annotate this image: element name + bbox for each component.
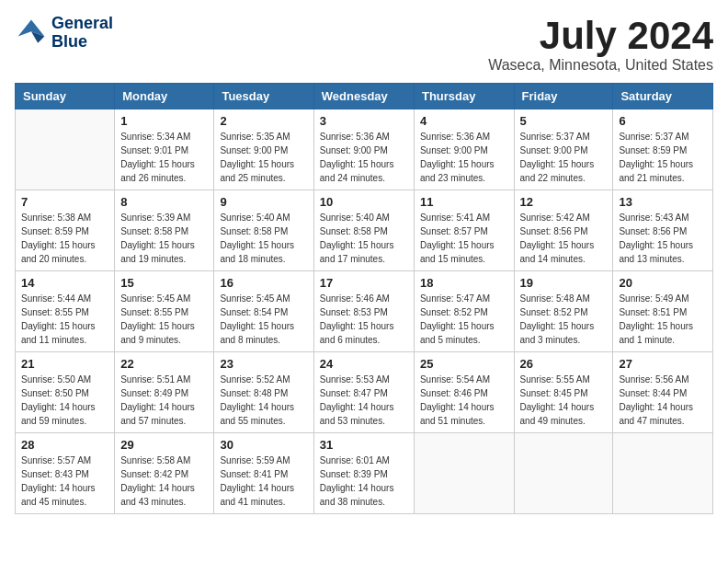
calendar-header-row: SundayMondayTuesdayWednesdayThursdayFrid… — [16, 84, 713, 109]
calendar-cell: 20Sunrise: 5:49 AM Sunset: 8:51 PM Dayli… — [613, 271, 713, 352]
calendar-cell: 18Sunrise: 5:47 AM Sunset: 8:52 PM Dayli… — [414, 271, 514, 352]
calendar-cell: 14Sunrise: 5:44 AM Sunset: 8:55 PM Dayli… — [16, 271, 115, 352]
calendar-cell: 4Sunrise: 5:36 AM Sunset: 9:00 PM Daylig… — [414, 109, 514, 190]
day-number: 9 — [220, 195, 307, 209]
day-number: 11 — [420, 195, 508, 209]
calendar-cell: 23Sunrise: 5:52 AM Sunset: 8:48 PM Dayli… — [214, 352, 313, 433]
calendar-cell: 1Sunrise: 5:34 AM Sunset: 9:01 PM Daylig… — [115, 109, 214, 190]
day-info: Sunrise: 5:37 AM Sunset: 8:59 PM Dayligh… — [619, 130, 707, 185]
calendar-table: SundayMondayTuesdayWednesdayThursdayFrid… — [15, 83, 713, 514]
day-number: 17 — [320, 276, 408, 290]
day-info: Sunrise: 5:51 AM Sunset: 8:49 PM Dayligh… — [120, 373, 208, 428]
day-info: Sunrise: 5:40 AM Sunset: 8:58 PM Dayligh… — [320, 211, 408, 266]
day-info: Sunrise: 5:40 AM Sunset: 8:58 PM Dayligh… — [220, 211, 307, 266]
calendar-cell: 6Sunrise: 5:37 AM Sunset: 8:59 PM Daylig… — [613, 109, 713, 190]
day-info: Sunrise: 5:37 AM Sunset: 9:00 PM Dayligh… — [520, 130, 608, 185]
day-info: Sunrise: 5:57 AM Sunset: 8:43 PM Dayligh… — [21, 454, 108, 509]
day-info: Sunrise: 5:50 AM Sunset: 8:50 PM Dayligh… — [21, 373, 108, 428]
day-number: 8 — [120, 195, 208, 209]
calendar-week-5: 28Sunrise: 5:57 AM Sunset: 8:43 PM Dayli… — [16, 433, 713, 514]
day-info: Sunrise: 5:36 AM Sunset: 9:00 PM Dayligh… — [420, 130, 508, 185]
day-number: 20 — [619, 276, 707, 290]
day-info: Sunrise: 5:35 AM Sunset: 9:00 PM Dayligh… — [220, 130, 307, 185]
calendar-cell — [514, 433, 613, 514]
day-number: 14 — [21, 276, 108, 290]
day-number: 21 — [21, 357, 108, 371]
day-info: Sunrise: 5:34 AM Sunset: 9:01 PM Dayligh… — [120, 130, 208, 185]
calendar-cell: 12Sunrise: 5:42 AM Sunset: 8:56 PM Dayli… — [514, 190, 613, 271]
logo-icon — [15, 17, 48, 50]
logo: General Blue — [15, 15, 113, 52]
calendar-cell: 26Sunrise: 5:55 AM Sunset: 8:45 PM Dayli… — [514, 352, 613, 433]
day-number: 19 — [520, 276, 608, 290]
location-title: Waseca, Minnesota, United States — [488, 57, 713, 74]
day-info: Sunrise: 5:43 AM Sunset: 8:56 PM Dayligh… — [619, 211, 707, 266]
calendar-cell: 19Sunrise: 5:48 AM Sunset: 8:52 PM Dayli… — [514, 271, 613, 352]
calendar-cell: 17Sunrise: 5:46 AM Sunset: 8:53 PM Dayli… — [313, 271, 414, 352]
page-header: General Blue July 2024 Waseca, Minnesota… — [15, 15, 713, 74]
day-info: Sunrise: 5:48 AM Sunset: 8:52 PM Dayligh… — [520, 292, 608, 347]
day-number: 24 — [320, 357, 408, 371]
calendar-cell — [613, 433, 713, 514]
day-info: Sunrise: 5:42 AM Sunset: 8:56 PM Dayligh… — [520, 211, 608, 266]
calendar-header-friday: Friday — [514, 84, 613, 109]
day-number: 1 — [120, 114, 208, 128]
day-info: Sunrise: 6:01 AM Sunset: 8:39 PM Dayligh… — [320, 454, 408, 509]
day-info: Sunrise: 5:52 AM Sunset: 8:48 PM Dayligh… — [220, 373, 307, 428]
calendar-week-2: 7Sunrise: 5:38 AM Sunset: 8:59 PM Daylig… — [16, 190, 713, 271]
day-number: 30 — [220, 438, 307, 452]
calendar-cell: 11Sunrise: 5:41 AM Sunset: 8:57 PM Dayli… — [414, 190, 514, 271]
calendar-cell: 13Sunrise: 5:43 AM Sunset: 8:56 PM Dayli… — [613, 190, 713, 271]
calendar-cell: 7Sunrise: 5:38 AM Sunset: 8:59 PM Daylig… — [16, 190, 115, 271]
calendar-week-4: 21Sunrise: 5:50 AM Sunset: 8:50 PM Dayli… — [16, 352, 713, 433]
logo-text: General Blue — [51, 15, 113, 52]
day-number: 22 — [120, 357, 208, 371]
calendar-header-thursday: Thursday — [414, 84, 514, 109]
calendar-header-saturday: Saturday — [613, 84, 713, 109]
calendar-week-3: 14Sunrise: 5:44 AM Sunset: 8:55 PM Dayli… — [16, 271, 713, 352]
day-info: Sunrise: 5:44 AM Sunset: 8:55 PM Dayligh… — [21, 292, 108, 347]
day-number: 7 — [21, 195, 108, 209]
day-number: 31 — [320, 438, 408, 452]
calendar-cell: 9Sunrise: 5:40 AM Sunset: 8:58 PM Daylig… — [214, 190, 313, 271]
calendar-cell: 29Sunrise: 5:58 AM Sunset: 8:42 PM Dayli… — [115, 433, 214, 514]
day-info: Sunrise: 5:56 AM Sunset: 8:44 PM Dayligh… — [619, 373, 707, 428]
calendar-header-wednesday: Wednesday — [313, 84, 414, 109]
day-info: Sunrise: 5:49 AM Sunset: 8:51 PM Dayligh… — [619, 292, 707, 347]
month-title: July 2024 — [488, 15, 713, 57]
calendar-cell: 16Sunrise: 5:45 AM Sunset: 8:54 PM Dayli… — [214, 271, 313, 352]
day-number: 5 — [520, 114, 608, 128]
day-number: 13 — [619, 195, 707, 209]
calendar-cell — [414, 433, 514, 514]
day-number: 12 — [520, 195, 608, 209]
calendar-cell: 3Sunrise: 5:36 AM Sunset: 9:00 PM Daylig… — [313, 109, 414, 190]
day-number: 25 — [420, 357, 508, 371]
calendar-cell: 22Sunrise: 5:51 AM Sunset: 8:49 PM Dayli… — [115, 352, 214, 433]
day-info: Sunrise: 5:53 AM Sunset: 8:47 PM Dayligh… — [320, 373, 408, 428]
day-info: Sunrise: 5:55 AM Sunset: 8:45 PM Dayligh… — [520, 373, 608, 428]
day-info: Sunrise: 5:58 AM Sunset: 8:42 PM Dayligh… — [120, 454, 208, 509]
day-number: 16 — [220, 276, 307, 290]
day-number: 26 — [520, 357, 608, 371]
calendar-cell: 24Sunrise: 5:53 AM Sunset: 8:47 PM Dayli… — [313, 352, 414, 433]
calendar-header-monday: Monday — [115, 84, 214, 109]
calendar-cell: 2Sunrise: 5:35 AM Sunset: 9:00 PM Daylig… — [214, 109, 313, 190]
day-number: 29 — [120, 438, 208, 452]
day-number: 27 — [619, 357, 707, 371]
calendar-cell — [16, 109, 115, 190]
calendar-cell: 15Sunrise: 5:45 AM Sunset: 8:55 PM Dayli… — [115, 271, 214, 352]
day-number: 10 — [320, 195, 408, 209]
day-number: 28 — [21, 438, 108, 452]
day-number: 23 — [220, 357, 307, 371]
calendar-cell: 21Sunrise: 5:50 AM Sunset: 8:50 PM Dayli… — [16, 352, 115, 433]
day-info: Sunrise: 5:38 AM Sunset: 8:59 PM Dayligh… — [21, 211, 108, 266]
day-info: Sunrise: 5:41 AM Sunset: 8:57 PM Dayligh… — [420, 211, 508, 266]
day-info: Sunrise: 5:45 AM Sunset: 8:54 PM Dayligh… — [220, 292, 307, 347]
day-number: 4 — [420, 114, 508, 128]
calendar-header-sunday: Sunday — [16, 84, 115, 109]
calendar-cell: 8Sunrise: 5:39 AM Sunset: 8:58 PM Daylig… — [115, 190, 214, 271]
calendar-cell: 10Sunrise: 5:40 AM Sunset: 8:58 PM Dayli… — [313, 190, 414, 271]
day-info: Sunrise: 5:47 AM Sunset: 8:52 PM Dayligh… — [420, 292, 508, 347]
calendar-cell: 25Sunrise: 5:54 AM Sunset: 8:46 PM Dayli… — [414, 352, 514, 433]
day-info: Sunrise: 5:46 AM Sunset: 8:53 PM Dayligh… — [320, 292, 408, 347]
